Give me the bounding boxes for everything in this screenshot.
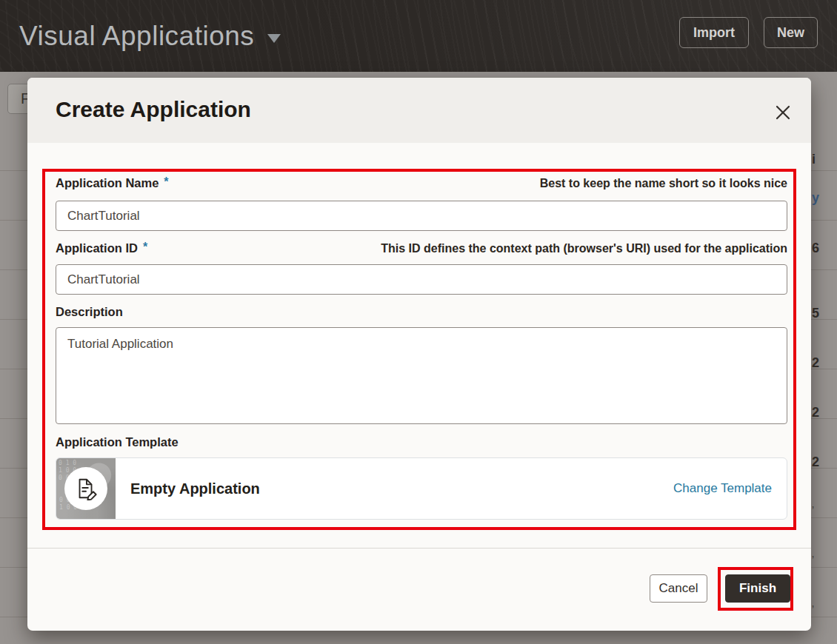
document-edit-icon [64, 467, 107, 510]
application-name-hint: Best to keep the name short so it looks … [540, 177, 787, 190]
application-name-input[interactable] [56, 201, 787, 231]
table-cell-fragment: 2 [812, 355, 836, 371]
close-icon[interactable] [774, 104, 792, 122]
required-icon: * [164, 175, 168, 189]
table-cell-fragment: ’ [812, 554, 836, 566]
application-id-label: Application ID [56, 241, 138, 255]
application-template-label: Application Template [56, 435, 179, 449]
finish-button[interactable]: Finish [725, 574, 790, 603]
description-label: Description [56, 305, 123, 319]
table-cell-fragment: ’ [812, 504, 836, 516]
application-id-label-row: Application ID * This ID defines the con… [56, 241, 787, 258]
template-card: 0 1 0 1 0 0 0 0 1 0 0 1 1 0 0 Empty Appl… [56, 457, 787, 520]
table-cell-fragment: 5 [812, 306, 836, 321]
cancel-button[interactable]: Cancel [650, 574, 707, 603]
screen: Visual Applications Import New F i y 6 5… [0, 0, 837, 644]
new-button[interactable]: New [764, 17, 818, 48]
import-button[interactable]: Import [679, 17, 749, 48]
required-icon: * [143, 241, 147, 254]
table-cell-fragment: ’ [812, 603, 836, 615]
table-cell-fragment: 2 [812, 405, 836, 420]
dialog-header: Create Application [27, 78, 811, 143]
application-id-input[interactable] [56, 264, 787, 295]
table-cell-fragment: 2 [812, 455, 836, 470]
table-cell-fragment: 6 [812, 241, 836, 256]
table-cell-fragment: i [812, 152, 836, 167]
template-thumbnail: 0 1 0 1 0 0 0 0 1 0 0 1 1 0 0 [56, 458, 116, 519]
template-name: Empty Application [130, 480, 260, 497]
description-textarea[interactable]: Tutorial Application [56, 327, 787, 424]
create-application-dialog: Create Application Application Name * Be… [27, 78, 811, 631]
application-name-label-row: Application Name * Best to keep the name… [56, 176, 787, 192]
change-template-link[interactable]: Change Template [673, 481, 772, 496]
app-header: Visual Applications Import New [0, 0, 837, 72]
app-title-menu[interactable]: Visual Applications [19, 0, 281, 72]
footer-divider [27, 548, 811, 549]
description-label-row: Description [56, 305, 787, 321]
table-cell-fragment: y [812, 190, 836, 206]
application-name-label: Application Name [56, 176, 159, 190]
page-title: Visual Applications [19, 21, 254, 52]
application-id-hint: This ID defines the context path (browse… [381, 242, 787, 255]
dialog-title: Create Application [56, 97, 251, 122]
application-template-label-row: Application Template [56, 435, 787, 452]
chevron-down-icon [267, 34, 281, 43]
